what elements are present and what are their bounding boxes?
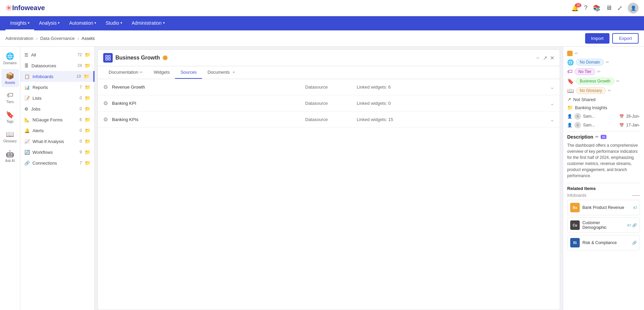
import-button[interactable]: Import — [585, 33, 610, 44]
nav-jobs[interactable]: ⚙ Jobs 0 📁 — [20, 103, 94, 114]
tab-documents[interactable]: Documents + — [202, 66, 240, 79]
description-edit-icon[interactable]: ✏ — [595, 135, 599, 139]
status-dot — [163, 55, 168, 60]
reports-folder-icon: 📁 — [85, 85, 90, 90]
link-icon-3: 🔗 — [632, 241, 637, 245]
what-if-icon: 📈 — [24, 139, 30, 144]
related-icon-cu: Cu — [570, 220, 580, 230]
description-section-title: Description ✏ AI — [567, 134, 640, 140]
documents-plus-icon[interactable]: + — [232, 70, 235, 75]
nav-administration[interactable]: Administration ▾ — [127, 16, 170, 30]
nav-automation[interactable]: Automation ▾ — [64, 16, 101, 30]
user-type-icon-2: 👤 — [567, 123, 572, 127]
tier-tag[interactable]: No Tier — [575, 68, 595, 75]
user2-date-text: 17-Jan- — [626, 123, 640, 127]
related-sub-label: Infoboards —— — [567, 193, 640, 198]
breadcrumb-data-governance[interactable]: Data Governance — [40, 36, 75, 41]
rp-user2-row: 👤 S Sam... 📅 17-Jan- — [567, 122, 640, 128]
arrow-right-icon[interactable]: → — [535, 55, 540, 61]
expand-icon[interactable]: ⤢ — [617, 4, 622, 12]
related-tags-3: 🔗 — [632, 241, 637, 245]
svg-rect-2 — [109, 58, 110, 60]
tab-sources[interactable]: Sources — [175, 66, 202, 79]
sidebar-item-glossary[interactable]: 📖 Glossary — [1, 127, 19, 146]
nav-datasources[interactable]: 🗄 Datasources 24 📁 — [20, 60, 94, 71]
breadcrumb-bar: Administration › Data Governance › Asset… — [0, 30, 644, 47]
related-name-bank-product: Bank Product Revenue — [582, 205, 630, 210]
tab-documentation[interactable]: Documentation ✏ — [103, 66, 148, 79]
nav-lists[interactable]: 📝 Lists 0 📁 — [20, 93, 94, 103]
all-icon: ☰ — [24, 52, 28, 57]
tab-widgets[interactable]: Widgets — [148, 66, 175, 79]
user2-name: Sam... — [583, 123, 595, 127]
nav-infoboards[interactable]: 📋 Infoboards 19 📁 — [20, 71, 94, 82]
nav-ngauge[interactable]: 📐 NGauge Forms 6 📁 — [20, 114, 94, 125]
sidebar-item-domains[interactable]: 🌐 Domains — [1, 49, 19, 68]
chevron-down-icon-1[interactable]: ⌄ — [550, 84, 554, 90]
domain-tag[interactable]: No Domain — [576, 59, 604, 66]
nav-workflows[interactable]: 🔄 Workflows 9 📁 — [20, 147, 94, 158]
description-text: The dashboard offers a comprehensive ove… — [567, 142, 640, 179]
tabs-bar: Documentation ✏ Widgets Sources Document… — [98, 66, 560, 79]
tiers-icon: 🏷 — [7, 91, 14, 99]
color-edit-icon[interactable]: ✏ — [575, 51, 578, 56]
user1-date-text: 26-Jun- — [626, 114, 640, 119]
related-icon-ba: Ba — [570, 203, 580, 212]
svg-rect-1 — [109, 55, 110, 57]
shared-label: Not Shared — [573, 97, 596, 102]
sidebar-item-tags[interactable]: 🔖 Tags — [1, 108, 19, 126]
rp-glossary-row: 📖 No Glossary ✏ — [567, 87, 640, 94]
breadcrumb-actions: Import Export — [585, 33, 639, 44]
main-layout: 🌐 Domains 📦 Assets 🏷 Tiers 🔖 Tags 📖 Glos… — [0, 47, 644, 310]
domain-edit-icon[interactable]: ✏ — [606, 60, 609, 65]
nav-reports[interactable]: 📊 Reports 7 📁 — [20, 82, 94, 93]
external-link-icon[interactable]: ↗ — [543, 55, 547, 61]
assets-icon: 📦 — [6, 72, 14, 80]
color-swatch — [567, 51, 573, 56]
link-icon-2: 🔗 — [632, 223, 637, 228]
folder-icon: 📁 — [567, 105, 573, 110]
glossary-book-icon: 📖 — [567, 88, 574, 94]
infoboards-icon: 📋 — [24, 74, 30, 79]
all-folder-icon: 📁 — [85, 52, 90, 57]
chevron-down-icon-2[interactable]: ⌄ — [550, 100, 554, 106]
breadcrumb-administration[interactable]: Administration — [5, 36, 33, 41]
glossary-edit-icon[interactable]: ✏ — [608, 88, 611, 93]
svg-rect-0 — [106, 55, 107, 57]
avatar[interactable]: 👤 — [628, 3, 639, 14]
ngauge-icon: 📐 — [24, 117, 30, 122]
sidebar-item-assets[interactable]: 📦 Assets — [1, 69, 19, 87]
monitor-icon[interactable]: 🖥 — [606, 4, 612, 11]
nav-studio[interactable]: Studio ▾ — [101, 16, 127, 30]
category-edit-icon[interactable]: ✏ — [616, 79, 620, 84]
sidebar-item-ask-ai[interactable]: 🤖 Ask AI — [1, 147, 19, 165]
help-icon[interactable]: ? — [584, 4, 587, 11]
chevron-down-icon-3[interactable]: ⌄ — [550, 116, 554, 123]
nav-insights[interactable]: Insights ▾ — [5, 16, 34, 30]
tier-edit-icon[interactable]: ✏ — [597, 69, 601, 74]
glossary-tag[interactable]: No Glossary — [576, 87, 606, 94]
related-icon-ri: Ri — [570, 238, 580, 247]
nav-alerts[interactable]: 🔔 Alerts 0 📁 — [20, 125, 94, 136]
doc-edit-icon[interactable]: ✏ — [139, 70, 143, 75]
top-header: ✳ Infoweave 🔔 38 ? 📚 🖥 ⤢ 👤 — [0, 0, 644, 16]
nav-all[interactable]: ☰ All 72 📁 — [20, 49, 94, 60]
jobs-folder-icon: 📁 — [85, 106, 90, 112]
related-item-bank-product[interactable]: Ba Bank Product Revenue 🏷 — [567, 200, 640, 215]
ngauge-folder-icon: 📁 — [85, 117, 90, 122]
nav-analysis[interactable]: Analysis ▾ — [34, 16, 64, 30]
right-panel: ✏ 🌐 No Domain ✏ 🏷 No Tier ✏ 🔖 Business G… — [563, 47, 644, 310]
logo: ✳ Infoweave — [5, 3, 45, 13]
category-tag[interactable]: Business Growth — [576, 78, 614, 85]
main-content: Business Growth → ↗ ✕ Documentation ✏ Wi… — [95, 47, 563, 310]
book-icon[interactable]: 📚 — [593, 4, 600, 12]
notification-bell[interactable]: 🔔 38 — [571, 4, 579, 12]
globe-icon: 🌐 — [567, 59, 574, 66]
nav-connections[interactable]: 🔗 Connections 7 📁 — [20, 158, 94, 168]
export-button[interactable]: Export — [612, 33, 639, 44]
related-item-customer-demo[interactable]: Cu Customer Demographic 🏷 🔗 — [567, 217, 640, 233]
close-icon[interactable]: ✕ — [550, 55, 554, 61]
related-item-risk[interactable]: Ri Risk & Compliance 🔗 — [567, 235, 640, 251]
nav-what-if[interactable]: 📈 What-If Analysis 0 📁 — [20, 136, 94, 147]
sidebar-item-tiers[interactable]: 🏷 Tiers — [1, 89, 19, 106]
